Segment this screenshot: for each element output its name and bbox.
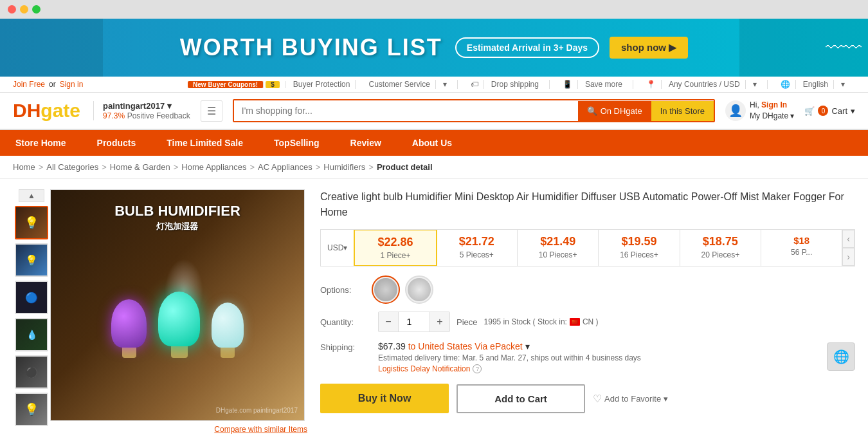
user-my-dhgate: My DHgate ▾ [750,111,794,122]
window-minimize-dot[interactable] [20,5,28,14]
quantity-increment[interactable]: + [430,312,449,331]
nav-item-products[interactable]: Products [82,130,152,156]
price-nav: ‹ › [842,230,854,266]
heart-icon: ♡ [593,393,602,405]
logistics-info-icon[interactable]: ? [473,364,482,373]
option-image-2[interactable] [405,275,433,304]
shipping-row: Shipping: $67.39 to United States Via eP… [320,341,855,373]
option-image-1[interactable] [372,275,400,304]
price-amount-2: $21.72 [443,235,511,248]
price-amount-3: $21.49 [524,235,592,248]
logistics-delay[interactable]: Logistics Delay Notification ? [378,364,855,373]
hamburger-button[interactable]: ☰ [201,100,222,122]
my-dhgate-chevron: ▾ [790,111,794,120]
thumbnail-5[interactable]: ⚫ [15,355,48,389]
price-cell-5[interactable]: $18.75 20 Pieces+ [680,230,761,266]
breadcrumb-home-appliances[interactable]: Home Appliances [181,162,246,172]
price-prev-btn[interactable]: ‹ [842,230,854,248]
nav-item-time-limited[interactable]: Time Limited Sale [151,130,258,156]
buy-now-button[interactable]: Buy it Now [320,384,449,413]
quantity-row: Quantity: − + Piece 1995 in Stock ( Stoc… [320,312,855,332]
globe-floating-button[interactable]: 🌐 [827,342,855,371]
user-area[interactable]: 👤 Hi, Sign In My DHgate ▾ [725,100,794,122]
add-to-cart-button[interactable]: Add to Cart [457,384,585,413]
topbar-right: New Buyer Coupons! $ Buyer Protection Cu… [183,80,855,89]
drop-shipping-label: Drop shipping [486,80,544,89]
nav-item-review[interactable]: Review [335,130,397,156]
search-dhgate-label: On DHgate [601,106,642,116]
favorite-chevron: ▾ [664,394,668,404]
price-amount-6: $18 [768,235,835,246]
window-close-dot[interactable] [8,5,16,14]
topbar-or: or [49,80,56,89]
breadcrumb-ac-appliances[interactable]: AC Appliances [258,162,312,172]
user-hi-text: Hi, Sign In [750,100,794,111]
breadcrumb-product-detail: Product detail [377,162,433,172]
favorite-label: Add to Favorite [604,394,661,404]
shipping-label: Shipping: [320,341,372,352]
thumbnail-6[interactable]: 💡 [15,393,48,426]
nav-item-about[interactable]: About Us [397,130,467,156]
option-bulb-2 [408,278,431,301]
topbar: Join Free or Sign in New Buyer Coupons! … [0,77,868,93]
breadcrumb: Home > All Categories > Home & Garden > … [0,156,868,179]
currency-selector[interactable]: USD ▾ [321,230,354,266]
price-cell-4[interactable]: $19.59 16 Pieces+ [599,230,680,266]
stock-text: 1995 in Stock ( Stock in: [484,317,567,326]
globe-icon: 🌐 [775,80,796,89]
buyer-protection-link[interactable]: Buyer Protection [288,80,356,89]
search-store-button[interactable]: In this Store [651,101,714,121]
search-dhgate-button[interactable]: 🔍 On DHgate [578,101,651,121]
language-selector[interactable]: 🌐 English ▾ [770,80,855,89]
cart-label: Cart [831,106,847,116]
thumbnail-2[interactable]: 💡 [15,243,48,277]
action-buttons: Buy it Now Add to Cart ♡ Add to Favorite… [320,384,855,413]
nav-item-store-home[interactable]: Store Home [0,130,82,156]
logo-dh: DH [13,100,41,122]
thumbnail-3[interactable]: 🔵 [15,281,48,314]
logo[interactable]: DH gate [13,100,80,122]
shipping-destination[interactable]: to United States Via ePacket [408,341,525,351]
main-product-image[interactable]: BULB HUMIDIFIER 灯泡加湿器 DHgate.com paint [50,189,305,421]
price-cell-6[interactable]: $18 56 P... [761,230,842,266]
sign-in-link[interactable]: Sign in [60,80,84,89]
price-tier-6: 56 P... [768,248,835,257]
countries-label: Any Countries / USD [664,80,746,89]
seller-info: paintingart2017 ▾ 97.3% Positive Feedbac… [93,101,190,120]
currency-label: USD [327,243,343,252]
search-input[interactable] [234,100,578,121]
window-maximize-dot[interactable] [32,5,41,14]
breadcrumb-home-garden[interactable]: Home & Garden [110,162,170,172]
thumbnail-1[interactable]: 💡 [15,206,48,239]
thumbnail-4[interactable]: 💧 [15,318,48,351]
new-buyer-coupons[interactable]: New Buyer Coupons! $ [183,81,285,88]
join-free-link[interactable]: Join Free [13,80,45,89]
drop-shipping-link[interactable]: 🏷 Drop shipping [460,80,550,89]
quantity-input[interactable] [398,312,430,331]
user-signin-link[interactable]: Sign In [761,100,787,109]
cart-area[interactable]: 🛒 0 Cart ▾ [804,106,855,116]
price-cell-2[interactable]: $21.72 5 Pieces+ [437,230,518,266]
add-to-favorite-button[interactable]: ♡ Add to Favorite ▾ [593,393,668,405]
save-more-link[interactable]: 📱 Save more [552,80,633,89]
wave-icon: 〰〰 [826,37,862,59]
price-cell-1[interactable]: $22.86 1 Piece+ [354,229,437,266]
shipping-estimate: Estimated delivery time: Mar. 5 and Mar.… [378,353,855,362]
countries-selector[interactable]: 📍 Any Countries / USD ▾ [636,80,768,89]
banner-title: WORTH BUYING LIST [180,34,442,61]
customer-service-link[interactable]: Customer Service ▾ [358,80,457,89]
compare-link[interactable]: Compare with similar Items [50,421,307,438]
price-tier-1: 1 Piece+ [361,251,429,260]
product-info: Creative light bulb Humidifier Mini Desk… [320,189,855,438]
breadcrumb-home[interactable]: Home [13,162,35,172]
thumb-scroll-up[interactable]: ▲ [19,189,44,202]
nav-item-topselling[interactable]: TopSelling [258,130,335,156]
price-next-btn[interactable]: › [842,248,854,266]
seller-name[interactable]: paintingart2017 ▾ [103,101,190,111]
search-icon: 🔍 [587,106,597,116]
banner-shopnow-button[interactable]: shop now ▶ [610,37,688,59]
breadcrumb-humidifiers[interactable]: Humidifiers [323,162,365,172]
price-cell-3[interactable]: $21.49 10 Pieces+ [518,230,599,266]
quantity-decrement[interactable]: − [379,312,398,331]
breadcrumb-all-categories[interactable]: All Categories [46,162,98,172]
